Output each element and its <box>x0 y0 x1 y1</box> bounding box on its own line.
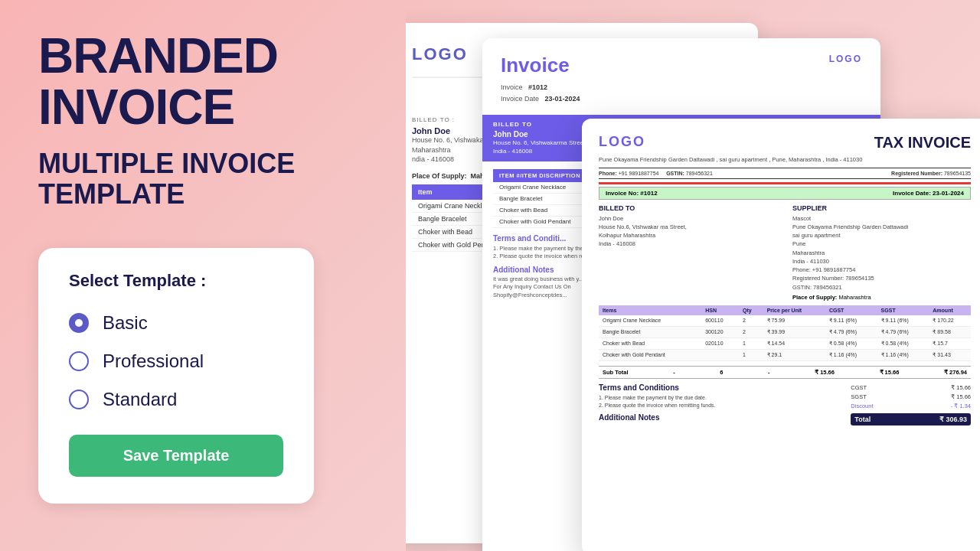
tax-billed-header: BILLED TO <box>599 204 777 212</box>
col-qty: Qty <box>739 305 763 315</box>
col-items: Items <box>599 305 701 315</box>
radio-standard[interactable] <box>69 390 89 409</box>
option-professional[interactable]: Professional <box>69 350 283 372</box>
radio-basic[interactable] <box>69 313 89 333</box>
tax-supplier-text: Mascot Pune Okayama Friendship Garden Da… <box>792 214 971 292</box>
radio-professional[interactable] <box>69 351 89 371</box>
label-professional: Professional <box>103 350 204 372</box>
cgst-label: CGST <box>851 384 867 391</box>
mid-info: Invoice #1012 Invoice Date 23-01-2024 <box>501 82 862 106</box>
subtotal-sgst: ₹ 15.66 <box>880 369 900 376</box>
discount-label: Discount <box>851 403 873 409</box>
col-price: Price per Unit <box>763 305 825 315</box>
col-hsn: HSN <box>701 305 739 315</box>
tax-place: Place of Supply: Maharashtra <box>792 294 971 301</box>
terms-title: Terms and Conditions <box>599 383 838 392</box>
tax-title: TAX INVOICE <box>874 134 971 152</box>
notes-title: Additional Notes <box>599 413 838 422</box>
template-card: Select Template : Basic Professional Sta… <box>38 248 314 504</box>
label-standard: Standard <box>103 389 177 410</box>
tax-phone: Phone: +91 9891887754 GSTIN: 789456321 <box>599 171 713 176</box>
tax-billed-text: John Doe House No.6, Vishwakar ma Street… <box>599 214 777 249</box>
label-basic: Basic <box>103 312 148 334</box>
sgst-label: SGST <box>851 393 866 400</box>
total-val: ₹ 306.93 <box>939 416 967 423</box>
tax-reg: Registered Number: 789654135 <box>891 171 971 176</box>
tax-invoice-no: Invoice No: #1012 <box>606 190 658 197</box>
mid-title: Invoice <box>501 54 862 77</box>
col-cgst: CGST <box>825 305 877 315</box>
invoice-front: LOGO TAX INVOICE Pune Okayama Friendship… <box>582 119 980 551</box>
cgst-row: CGST ₹ 15.66 <box>851 383 971 393</box>
right-panel: LOGO BILLED TO : John Doe House No. 6, V… <box>406 0 980 551</box>
discount-row: Discount - ₹ 1.34 <box>851 402 971 411</box>
subtotal-label: Sub Total <box>603 369 629 376</box>
sub-title: MULTIPLE INVOICE TEMPLATE <box>38 148 421 209</box>
subtotal-qty: 6 <box>720 369 723 376</box>
tax-subtotal-row: Sub Total - 6 - ₹ 15.66 ₹ 15.66 ₹ 276.94 <box>599 366 971 379</box>
table-row: Origami Crane Necklace 600110 2 ₹ 75.99 … <box>599 315 971 327</box>
save-template-button[interactable]: Save Template <box>69 435 283 477</box>
subtotal-amount: ₹ 276.94 <box>944 369 967 376</box>
tax-red-line <box>599 182 971 184</box>
discount-val: - ₹ 1.34 <box>951 403 971 409</box>
tax-billed-row: BILLED TO John Doe House No.6, Vishwakar… <box>599 204 971 301</box>
sgst-row: SGST ₹ 15.66 <box>851 393 971 402</box>
subtotal-dash2: - <box>768 369 770 376</box>
card-title: Select Template : <box>69 271 283 291</box>
tax-phone-row: Phone: +91 9891887754 GSTIN: 789456321 R… <box>599 168 971 179</box>
subtotal-cgst: ₹ 15.66 <box>815 369 835 376</box>
col-amount: Amount <box>929 305 971 315</box>
cgst-val: ₹ 15.66 <box>951 384 971 391</box>
total-final-row: Total ₹ 306.93 <box>851 413 971 425</box>
mid-logo: LOGO <box>829 54 862 64</box>
tax-totals-col: CGST ₹ 15.66 SGST ₹ 15.66 Discount - ₹ 1… <box>851 383 971 425</box>
tax-supplier-header: SUPPLIER <box>792 204 971 212</box>
main-title: BRANDED INVOICE <box>38 31 421 133</box>
tax-bottom-row: Terms and Conditions 1. Please make the … <box>599 383 971 425</box>
tax-address: Pune Okayama Friendship Garden Dattawadi… <box>599 156 971 165</box>
option-standard[interactable]: Standard <box>69 389 283 410</box>
option-basic[interactable]: Basic <box>69 312 283 334</box>
left-panel: BRANDED INVOICE MULTIPLE INVOICE TEMPLAT… <box>0 0 459 551</box>
terms-text: 1. Please make the payment by the due da… <box>599 394 838 410</box>
tax-supplier-col: SUPPLIER Mascot Pune Okayama Friendship … <box>792 204 971 301</box>
tax-billed-col: BILLED TO John Doe House No.6, Vishwakar… <box>599 204 777 301</box>
tax-header: LOGO TAX INVOICE <box>599 134 971 152</box>
table-row: Choker with Gold Pendant 1 ₹ 29.1 ₹ 1.16… <box>599 349 971 360</box>
tax-terms-col: Terms and Conditions 1. Please make the … <box>599 383 838 425</box>
tax-logo: LOGO <box>599 134 645 150</box>
total-label: Total <box>854 416 871 423</box>
table-row: Choker with Bead 020110 1 ₹ 14.54 ₹ 0.58… <box>599 337 971 349</box>
tax-table: Items HSN Qty Price per Unit CGST SGST A… <box>599 305 971 361</box>
subtotal-dash1: - <box>673 369 675 376</box>
sgst-val: ₹ 15.66 <box>951 393 971 400</box>
tax-invoice-date: Invoice Date: 23-01-2024 <box>893 190 964 197</box>
col-sgst: SGST <box>877 305 929 315</box>
tax-invoice-no-row: Invoice No: #1012 Invoice Date: 23-01-20… <box>599 187 971 200</box>
table-row: Bangle Bracelet 300120 2 ₹ 39.99 ₹ 4.79 … <box>599 326 971 337</box>
